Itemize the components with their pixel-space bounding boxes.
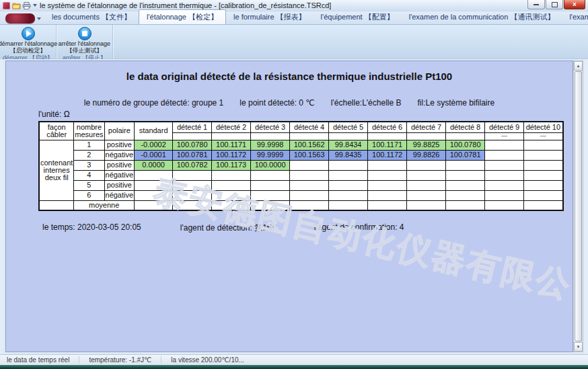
detected-value-cell xyxy=(485,190,524,200)
footer-segment-1: l'agent de détection: 第1组 xyxy=(180,222,275,234)
close-button[interactable]: × xyxy=(564,0,585,9)
standard-value-cell: -0.0002 xyxy=(135,140,173,150)
measure-number-cell: 1 xyxy=(74,140,104,150)
detected-value-cell xyxy=(212,170,251,180)
detected-value-cell xyxy=(524,180,563,190)
start-calibration-button[interactable]: démarrer l'étalonnage 【启动检定】 xyxy=(0,25,57,54)
mdi-client-area: le data original détecté de la résistanc… xyxy=(3,59,585,354)
app-menu-button[interactable] xyxy=(5,13,35,24)
mean-value-cell xyxy=(407,200,446,210)
ribbon-group-arreter: arrêter l'étalonnage 【停止测试】 arrêter 【停止】 xyxy=(57,25,113,58)
table-header-cell: façon câbler xyxy=(39,122,74,140)
table-header-cell: détecté 6 xyxy=(368,122,407,132)
stop-button-label-fr: arrêter l'étalonnage xyxy=(59,40,110,47)
table-header-cell: détecté 10 xyxy=(524,122,563,132)
detected-value-cell xyxy=(290,190,329,200)
detected-value-cell xyxy=(446,160,485,170)
detected-value-cell xyxy=(407,170,446,180)
vertical-scrollbar[interactable]: ▲ ▼ xyxy=(573,60,583,352)
detected-value-cell xyxy=(290,170,329,180)
unit-value: Ω xyxy=(64,110,70,119)
tab-2[interactable]: le formulaire 【报表】 xyxy=(226,10,314,24)
table-subheader-cell xyxy=(407,132,446,140)
detected-value-cell xyxy=(251,180,290,190)
table-subheader-cell xyxy=(251,132,290,140)
stop-icon xyxy=(78,27,91,40)
window-controls: × xyxy=(527,0,588,11)
unit-row: l'unité: Ω xyxy=(38,110,70,119)
detected-value-cell: 99.9998 xyxy=(251,140,290,150)
table-header-cell: détecté 2 xyxy=(212,122,251,132)
info-segment-3: fil:Le système bifilaire xyxy=(417,98,494,108)
status-section-0: le data de temps réel xyxy=(0,356,79,364)
detected-value-cell xyxy=(368,170,407,180)
maximize-button[interactable] xyxy=(546,0,563,9)
detected-value-cell xyxy=(524,150,563,160)
detected-value-cell: 100.1172 xyxy=(212,150,251,160)
detected-value-cell xyxy=(329,170,368,180)
tab-5[interactable]: l'examen simulé 【模拟测试】 xyxy=(562,10,588,24)
mean-value-cell xyxy=(485,200,524,210)
detected-value-cell xyxy=(524,190,563,200)
ribbon-tab-bar: les documents 【文件】l'étalonnage 【检定】le fo… xyxy=(0,11,588,24)
detected-value-cell xyxy=(368,160,407,170)
table-header-cell: standard xyxy=(135,122,173,140)
detected-value-cell xyxy=(329,190,368,200)
detected-value-cell xyxy=(446,180,485,190)
scroll-down-icon[interactable]: ▼ xyxy=(574,342,583,352)
standard-value-cell: -0.0001 xyxy=(135,150,173,160)
info-segment-1: le point détecté: 0 ℃ xyxy=(240,98,315,108)
detected-value-cell xyxy=(368,190,407,200)
app-icon[interactable] xyxy=(3,2,10,9)
polarity-cell: positive xyxy=(104,180,135,190)
scrollbar-thumb[interactable] xyxy=(575,71,582,341)
tab-4[interactable]: l'examen de la communication 【通讯测试】 xyxy=(402,10,562,24)
polarity-cell: négative xyxy=(104,150,135,160)
polarity-cell: positive xyxy=(104,140,135,150)
table-header-cell: détecté 7 xyxy=(407,122,446,132)
detected-value-cell xyxy=(329,180,368,190)
mean-value-cell xyxy=(212,200,251,210)
open-file-icon[interactable] xyxy=(12,1,21,9)
detected-value-cell xyxy=(485,170,524,180)
document-footer: le temps: 2020-03-05 20:05l'agent de dét… xyxy=(42,222,404,234)
detected-value-cell: 100.0780 xyxy=(173,140,212,150)
scroll-up-icon[interactable]: ▲ xyxy=(574,61,583,71)
document-panel: le data original détecté de la résistanc… xyxy=(5,60,573,352)
wiring-label-cell: contenant internes deux fil xyxy=(39,140,74,200)
info-segment-0: le numéro de groupe détecté: groupe 1 xyxy=(84,98,223,108)
detected-value-cell xyxy=(251,170,290,180)
stop-button-label-cn: 【停止测试】 xyxy=(67,47,103,54)
detected-value-cell: 99.8826 xyxy=(407,150,446,160)
tab-0[interactable]: les documents 【文件】 xyxy=(44,10,139,24)
data-table: façon câblernombre mesurespolairestandar… xyxy=(38,121,564,211)
print-icon[interactable] xyxy=(22,1,31,9)
detected-value-cell xyxy=(524,140,563,150)
table-subheader-cell: — xyxy=(524,132,563,140)
table-subheader-cell xyxy=(212,132,251,140)
start-button-label-cn: 【启动检定】 xyxy=(10,47,46,54)
mean-standard-cell xyxy=(135,200,173,210)
tab-1[interactable]: l'étalonnage 【检定】 xyxy=(139,9,226,24)
status-bar: le data de temps réeltempérature: -1.#J℃… xyxy=(0,354,588,365)
stop-calibration-button[interactable]: arrêter l'étalonnage 【停止测试】 xyxy=(59,25,110,54)
measure-number-cell: 5 xyxy=(74,180,104,190)
measure-number-cell: 2 xyxy=(74,150,104,160)
table-header-cell: polaire xyxy=(104,122,135,140)
detected-value-cell xyxy=(407,180,446,190)
mean-value-cell xyxy=(446,200,485,210)
detected-value-cell: 100.1563 xyxy=(290,150,329,160)
unit-label: l'unité: xyxy=(38,110,61,119)
tab-3[interactable]: l'équipement 【配置】 xyxy=(314,10,402,24)
minimize-button[interactable] xyxy=(527,0,545,9)
detected-value-cell xyxy=(290,180,329,190)
window-bottom-edge xyxy=(0,365,588,369)
detected-value-cell xyxy=(173,170,212,180)
play-icon xyxy=(22,27,35,40)
close-icon: × xyxy=(573,1,577,8)
detected-value-cell xyxy=(446,190,485,200)
qat-dropdown-icon[interactable] xyxy=(33,4,37,7)
mean-value-cell xyxy=(251,200,290,210)
detected-value-cell: 100.0000 xyxy=(251,160,290,170)
measure-number-cell: 3 xyxy=(74,160,104,170)
